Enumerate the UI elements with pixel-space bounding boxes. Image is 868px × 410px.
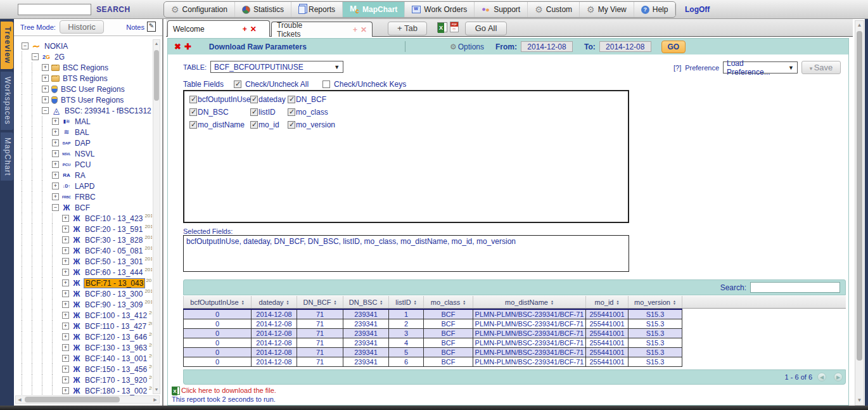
expand-icon[interactable]: + (62, 279, 69, 286)
scroll-down-arrow-icon[interactable]: ▼ (153, 386, 160, 394)
widget-add-icon[interactable]: ✚ (184, 42, 191, 51)
expand-icon[interactable]: + (52, 129, 59, 136)
results-search-input[interactable] (750, 282, 840, 293)
expand-icon[interactable]: + (62, 366, 69, 373)
tree-mode-button[interactable]: Historic (60, 20, 104, 34)
logoff-button[interactable]: LogOff (685, 5, 710, 14)
sort-icon[interactable]: ▲▼ (241, 300, 245, 305)
field-checkbox[interactable] (288, 121, 295, 129)
expand-icon[interactable]: + (62, 387, 69, 394)
tree-node-label[interactable]: PCU (73, 160, 92, 169)
expand-icon[interactable]: + (42, 64, 49, 71)
side-tab-treeview[interactable]: Treeview (1, 22, 13, 69)
tree-node[interactable]: +FRBC (22, 191, 152, 202)
tree-node[interactable]: +BCF:150 - 13_456201 (22, 364, 152, 375)
scrollbar-thumb[interactable] (25, 397, 120, 402)
expand-icon[interactable]: + (52, 183, 59, 189)
expand-icon[interactable]: + (62, 376, 69, 383)
tree-node-label[interactable]: BCF:20 - 13_591 (84, 225, 144, 234)
tree-node-label[interactable]: BCF:140 - 13_001 (84, 354, 148, 363)
tab-add-icon[interactable]: + (353, 25, 357, 34)
tree-node-label[interactable]: BSC User Regions (60, 85, 126, 94)
tree-node[interactable]: +BCF:100 - 13_412201 (22, 310, 152, 321)
tree-node-label[interactable]: BTS User Regions (60, 96, 125, 105)
menu-item-help[interactable]: Help (634, 2, 676, 17)
tree-node[interactable]: +BCF:170 - 13_920201 (22, 375, 152, 385)
table-select[interactable]: BCF_BCFOUTPUTINUSE ▼ (210, 61, 343, 73)
tree-node-label[interactable]: BCF:150 - 13_456 (84, 365, 148, 374)
tree-node[interactable]: +LAPD (22, 181, 152, 191)
tree-node[interactable]: +BCF:30 - 13_8282014 (22, 234, 152, 245)
tree-node[interactable]: +BCF:40 - 05_0812014 (22, 245, 152, 256)
tree-node[interactable]: +BCF:50 - 13_3012014 (22, 256, 152, 267)
tab-close-icon[interactable]: ✕ (361, 25, 367, 34)
menu-item-custom[interactable]: Custom (528, 2, 580, 17)
collapse-icon[interactable]: − (22, 42, 29, 49)
tree-node-label[interactable]: BAL (73, 128, 91, 137)
sort-icon[interactable]: ▲▼ (286, 300, 290, 305)
scroll-left-arrow-icon[interactable]: ◀ (16, 397, 23, 402)
field-checkbox[interactable] (189, 121, 197, 129)
global-search-input[interactable] (18, 4, 91, 15)
tree-node-label[interactable]: NOKIA (43, 42, 69, 51)
download-file-link[interactable]: Click here to download the file. (181, 387, 276, 394)
scrollbar-thumb[interactable] (154, 50, 159, 101)
tree-node-label[interactable]: BCF:100 - 13_412 (84, 311, 148, 320)
tab-welcome[interactable]: Welcome + ✕ (167, 20, 270, 37)
from-date-input[interactable] (521, 41, 573, 52)
tree-node-label[interactable]: BCF:71 - 13_043 (84, 278, 145, 288)
sort-icon[interactable]: ▲▼ (380, 300, 383, 305)
tree-node-label[interactable]: BCF (73, 203, 91, 212)
tab-close-icon[interactable]: ✕ (250, 25, 257, 34)
sort-icon[interactable]: ▲▼ (551, 300, 554, 305)
side-tab-mapchart[interactable]: MapChart (1, 132, 13, 181)
expand-icon[interactable]: + (52, 139, 59, 146)
expand-icon[interactable]: + (42, 86, 49, 93)
scrollbar-thumb[interactable] (857, 31, 862, 361)
expand-icon[interactable]: + (42, 75, 49, 82)
side-tab-workspaces[interactable]: Workspaces (1, 72, 13, 130)
tree-node[interactable]: +BSC User Regions (22, 84, 152, 94)
tree-node[interactable]: +BAL (22, 127, 152, 138)
scroll-up-arrow-icon[interactable]: ▲ (855, 21, 864, 30)
expand-icon[interactable]: + (62, 355, 69, 362)
tree-node-label[interactable]: DAP (73, 139, 92, 148)
field-checkbox[interactable] (189, 96, 197, 103)
sort-icon[interactable]: ▲▼ (414, 300, 417, 305)
expand-icon[interactable]: + (62, 344, 69, 351)
tab-trouble-tickets[interactable]: Trouble Tickets + ✕ (271, 22, 373, 37)
column-header-bcfOutputInUse[interactable]: bcfOutputInUse▲▼ (183, 296, 252, 308)
tree-horizontal-scrollbar[interactable]: ◀ ▶ (15, 395, 160, 404)
tree-node-label[interactable]: LAPD (73, 182, 96, 191)
tree-node-label[interactable]: BCF:180 - 13_002 (84, 387, 148, 395)
selected-fields-textarea[interactable]: bcfOutputInUse, dateday, DN_BCF, DN_BSC,… (183, 235, 629, 272)
window-vertical-scrollbar[interactable]: ▲ ▼ (855, 20, 864, 406)
tree-node[interactable]: +BTS User Regions (22, 94, 152, 105)
expand-icon[interactable]: + (62, 323, 69, 330)
collapse-icon[interactable]: − (42, 107, 49, 114)
expand-icon[interactable]: + (62, 258, 69, 265)
go-button[interactable]: GO (661, 41, 686, 53)
menu-item-work-orders[interactable]: Work Orders (405, 2, 475, 17)
notes-label[interactable]: Notes (126, 23, 144, 31)
expand-icon[interactable]: + (62, 236, 69, 243)
expand-icon[interactable]: + (52, 161, 59, 168)
export-excel-icon[interactable] (437, 22, 447, 32)
check-uncheck-keys-checkbox[interactable] (322, 80, 330, 88)
tree-node[interactable]: +BCF:120 - 13_646201 (22, 331, 152, 342)
tree-node-label[interactable]: BCF:120 - 13_646 (84, 333, 148, 342)
menu-item-mapchart[interactable]: MapChart (343, 2, 405, 17)
column-header-mo_id[interactable]: mo_id▲▼ (586, 296, 629, 308)
field-checkbox[interactable] (189, 108, 197, 116)
expand-icon[interactable]: + (62, 290, 69, 297)
field-checkbox[interactable] (288, 108, 295, 116)
tree-node-label[interactable]: 2G (53, 53, 66, 61)
tree-node[interactable]: +BCF:71 - 13_0432014 (22, 278, 152, 288)
tree-node[interactable]: +BCF:90 - 13_3092014 (22, 299, 152, 310)
export-pdf-icon[interactable] (450, 22, 459, 32)
tree-node-label[interactable]: BCF:10 - 13_423 (84, 214, 144, 223)
tree-node-label[interactable]: BCF:110 - 13_427 (84, 322, 148, 331)
page-next-button[interactable]: ▶ (834, 373, 843, 381)
expand-icon[interactable]: + (52, 193, 59, 200)
tree-node[interactable]: +BCF:10 - 13_4232014 (22, 213, 152, 224)
